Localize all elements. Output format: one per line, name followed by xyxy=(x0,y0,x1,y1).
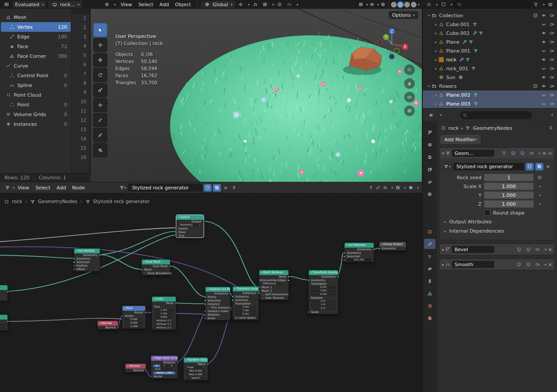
tree-browse-button[interactable]: ▾ xyxy=(119,184,127,192)
disclosure-icon[interactable]: ▸ xyxy=(433,93,439,97)
node-number-field[interactable]: X 0m xyxy=(311,286,336,289)
disclosure-icon[interactable]: ▾ xyxy=(426,84,432,88)
node-number-field[interactable]: Vertices Z 2 xyxy=(154,327,174,330)
node-number-field[interactable]: 1.2m xyxy=(154,309,174,312)
node-switch[interactable]: ▾SwitchOutputGeometry▾SwitchFalseTrue xyxy=(176,215,204,238)
row-number[interactable]: 5 xyxy=(72,51,90,60)
animate-dot[interactable]: • xyxy=(536,184,543,189)
tool-scaletool[interactable] xyxy=(93,83,107,97)
node-header[interactable]: ▾Normal xyxy=(125,364,146,369)
modifier-viewport-toggle[interactable] xyxy=(519,150,527,157)
go-to-parent-icon[interactable] xyxy=(369,185,373,190)
spreadsheet-row-curve[interactable]: Curve xyxy=(1,61,71,71)
node-header[interactable]: ▾Translate Instances xyxy=(233,286,258,291)
row-number[interactable]: 14 xyxy=(72,134,90,143)
camera-icon[interactable] xyxy=(550,66,554,71)
modifier-realtime-toggle[interactable] xyxy=(515,246,523,253)
node-group-browse-button[interactable]: ▾ xyxy=(443,163,451,170)
node-number-field[interactable]: 0.6m xyxy=(154,316,174,319)
socket-vec[interactable] xyxy=(307,311,310,313)
node-header[interactable]: ▾Random Value xyxy=(184,358,208,362)
row-number[interactable]: 16 xyxy=(72,153,90,162)
node-edge1[interactable]: ▾ xyxy=(0,285,8,301)
camera-view-icon[interactable] xyxy=(404,92,415,102)
camera-icon[interactable] xyxy=(550,49,554,53)
disclosure-icon[interactable]: ▸ xyxy=(433,23,439,26)
modifier-extras-chevron[interactable]: ▾ xyxy=(539,151,541,155)
node-checkbox[interactable] xyxy=(261,294,264,296)
show-gizmo-icon[interactable] xyxy=(357,1,365,8)
properties-tab-materialtab[interactable] xyxy=(424,301,436,311)
node-number-field[interactable]: Vertices Y 2 xyxy=(154,323,174,326)
outliner-row-cube-002[interactable]: ▸Cube.002 xyxy=(423,29,557,38)
node-menu-add[interactable]: Add xyxy=(53,185,69,191)
node-align-euler[interactable]: ▾Align Euler to VectorRotationXYZAuto▾Fa… xyxy=(151,355,178,379)
modifier-header[interactable]: ▸Bevel▾× xyxy=(440,244,554,255)
node-checkbox[interactable] xyxy=(235,317,237,319)
node-header[interactable]: ▾Mult xyxy=(122,306,145,311)
properties-tab-modifier[interactable] xyxy=(424,239,436,249)
spreadsheet-row-volume-grids[interactable]: Volume Grids0 xyxy=(1,109,71,119)
row-number[interactable]: 6 xyxy=(72,60,90,69)
socket-geo[interactable] xyxy=(175,231,177,234)
properties-tab-scene[interactable] xyxy=(424,177,436,187)
modifier-realtime-toggle[interactable] xyxy=(510,150,517,157)
unlink-icon[interactable]: × xyxy=(222,185,229,191)
row-number[interactable]: 2 xyxy=(72,23,90,32)
node-enum-field[interactable]: Auto▾ xyxy=(153,368,175,371)
shading-preview-icon[interactable] xyxy=(409,185,413,190)
node-header[interactable]: ▾ xyxy=(0,285,8,290)
modifier-realtime-toggle[interactable] xyxy=(515,261,523,268)
modifier-render-toggle[interactable] xyxy=(528,150,536,157)
object-selector[interactable]: rock...▾ xyxy=(48,1,82,8)
round-shape-checkbox[interactable] xyxy=(484,210,490,216)
node-number-field[interactable]: Min 0.000 xyxy=(186,370,205,373)
properties-tab-world[interactable] xyxy=(424,189,436,199)
node-header[interactable]: ▾Align Euler to Vector xyxy=(151,356,178,361)
node-checkbox[interactable] xyxy=(208,307,210,309)
socket-geo[interactable] xyxy=(229,293,231,295)
row-number[interactable]: 13 xyxy=(72,125,90,134)
node-number-field[interactable]: X 0° xyxy=(311,300,336,303)
socket-geo[interactable] xyxy=(231,296,234,298)
socket-geo[interactable] xyxy=(203,221,205,223)
spreadsheet-editor-icon[interactable] xyxy=(3,1,11,8)
navigation-gizmo[interactable]: Z Y X xyxy=(373,26,410,64)
animate-dot[interactable]: • xyxy=(536,192,543,198)
node-translate-instances[interactable]: ▾Translate InstancesInstancesInstancesSe… xyxy=(232,286,259,320)
eye-icon[interactable] xyxy=(542,40,546,44)
eyeclosed-icon[interactable] xyxy=(542,66,546,71)
node-enum-field[interactable]: Geometry▾ xyxy=(178,224,201,227)
modifier-extras-chevron[interactable]: ▾ xyxy=(545,248,546,252)
socket-geo[interactable] xyxy=(73,258,75,260)
node-number-field[interactable]: 0.000 xyxy=(125,322,143,325)
new-tree-button[interactable] xyxy=(213,184,221,192)
row-number[interactable]: 10 xyxy=(72,97,90,106)
axis-segment-buttons[interactable]: XYZ xyxy=(153,365,175,367)
fake-user-toggle[interactable] xyxy=(204,184,212,192)
node-enum-field[interactable]: Difference▾ xyxy=(261,283,286,286)
field-value[interactable]: 1.000 xyxy=(484,192,534,199)
camera-icon[interactable] xyxy=(550,75,554,79)
socket-mat[interactable] xyxy=(343,259,345,261)
row-number[interactable]: 15 xyxy=(72,143,90,153)
node-cube[interactable]: ▾CubeMeshSize1.2m1.2m0.6mVertices X 2Ver… xyxy=(152,296,176,330)
properties-tab-viewlayer[interactable] xyxy=(424,164,436,174)
node-number-field[interactable]: 0.500 xyxy=(0,327,5,330)
field-value[interactable]: 1.000 xyxy=(484,200,534,207)
node-number-field[interactable]: Y 0m xyxy=(311,290,336,293)
options-button[interactable]: Options▾ xyxy=(389,11,418,19)
node-number-field[interactable]: Seed 0 xyxy=(186,377,205,380)
modifier-header[interactable]: ▸Smooth▾× xyxy=(440,259,554,270)
checkbox-icon[interactable] xyxy=(533,13,538,18)
node-number-field[interactable]: 0.000 xyxy=(125,318,143,321)
row-number[interactable]: 9 xyxy=(72,88,90,97)
spreadsheet-row-mesh[interactable]: Mesh xyxy=(1,12,71,22)
breadcrumb-object[interactable]: rock xyxy=(448,125,458,131)
tool-tweak[interactable] xyxy=(93,23,107,37)
socket-float[interactable] xyxy=(207,363,209,366)
outliner-row-sun[interactable]: Sun xyxy=(423,73,557,82)
properties-editor-icon[interactable] xyxy=(427,112,435,119)
node-enum-field[interactable]: Float▾ xyxy=(186,366,205,369)
modifier-header[interactable]: ▾ Geom... ▾ × ≡ xyxy=(440,148,554,158)
